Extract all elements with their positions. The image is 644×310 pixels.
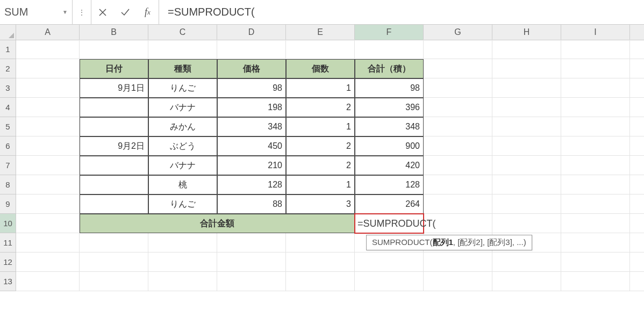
cell-H13[interactable]: [492, 272, 561, 291]
table-header[interactable]: 合計（積）: [355, 59, 424, 78]
cell-J6[interactable]: [630, 136, 644, 156]
col-header-E[interactable]: E: [286, 25, 355, 40]
cell-G2[interactable]: [424, 59, 492, 78]
cell-I12[interactable]: [561, 253, 630, 272]
cell-I4[interactable]: [561, 98, 630, 117]
table-cell[interactable]: バナナ: [148, 98, 217, 117]
row-header-3[interactable]: 3: [0, 78, 16, 98]
cell-I9[interactable]: [561, 194, 630, 214]
cell-I5[interactable]: [561, 117, 630, 136]
cell-C12[interactable]: [148, 253, 217, 272]
cell-G1[interactable]: [424, 40, 492, 59]
cell-J1[interactable]: [630, 40, 644, 59]
table-cell[interactable]: 348: [217, 117, 286, 136]
cell-D13[interactable]: [217, 272, 286, 291]
cell-A7[interactable]: [16, 156, 80, 175]
table-cell[interactable]: 420: [355, 156, 424, 175]
cell-G7[interactable]: [424, 156, 492, 175]
table-cell[interactable]: 1: [286, 117, 355, 136]
table-footer-label[interactable]: 合計金額: [80, 214, 355, 233]
cell-I11[interactable]: [561, 233, 630, 253]
cell-I3[interactable]: [561, 78, 630, 98]
row-header-10[interactable]: 10: [0, 214, 16, 233]
row-header-5[interactable]: 5: [0, 117, 16, 136]
col-header-H[interactable]: H: [492, 25, 561, 40]
col-header-F[interactable]: F: [355, 25, 424, 40]
select-all-corner[interactable]: [0, 25, 16, 40]
cell-A10[interactable]: [16, 214, 80, 233]
cell-F1[interactable]: [355, 40, 424, 59]
table-cell[interactable]: 264: [355, 194, 424, 214]
cell-E12[interactable]: [286, 253, 355, 272]
table-cell[interactable]: 2: [286, 98, 355, 117]
table-cell[interactable]: 98: [355, 78, 424, 98]
col-header-A[interactable]: A: [16, 25, 80, 40]
cell-B1[interactable]: [80, 40, 148, 59]
table-cell[interactable]: 2: [286, 156, 355, 175]
row-header-11[interactable]: 11: [0, 233, 16, 253]
col-header-D[interactable]: D: [217, 25, 286, 40]
row-header-9[interactable]: 9: [0, 194, 16, 214]
table-cell[interactable]: 88: [217, 194, 286, 214]
cell-C1[interactable]: [148, 40, 217, 59]
table-cell[interactable]: バナナ: [148, 156, 217, 175]
table-cell[interactable]: みかん: [148, 117, 217, 136]
cell-E13[interactable]: [286, 272, 355, 291]
cell-J10[interactable]: [630, 214, 644, 233]
cell-C11[interactable]: [148, 233, 217, 253]
cell-J7[interactable]: [630, 156, 644, 175]
cell-I6[interactable]: [561, 136, 630, 156]
cell-I2[interactable]: [561, 59, 630, 78]
cell-I13[interactable]: [561, 272, 630, 291]
row-header-6[interactable]: 6: [0, 136, 16, 156]
name-box[interactable]: SUM ▼: [0, 0, 73, 24]
cancel-button[interactable]: [91, 0, 114, 24]
cell-H10[interactable]: [492, 214, 561, 233]
table-header[interactable]: 日付: [80, 59, 148, 78]
cell-A8[interactable]: [16, 175, 80, 194]
table-cell[interactable]: 396: [355, 98, 424, 117]
cell-H5[interactable]: [492, 117, 561, 136]
table-header[interactable]: 価格: [217, 59, 286, 78]
cell-A4[interactable]: [16, 98, 80, 117]
cell-G8[interactable]: [424, 175, 492, 194]
cell-H1[interactable]: [492, 40, 561, 59]
cell-A2[interactable]: [16, 59, 80, 78]
cell-H9[interactable]: [492, 194, 561, 214]
table-cell[interactable]: 1: [286, 78, 355, 98]
cell-J9[interactable]: [630, 194, 644, 214]
col-header-J[interactable]: J: [630, 25, 644, 40]
table-cell[interactable]: 450: [217, 136, 286, 156]
cell-I7[interactable]: [561, 156, 630, 175]
cell-J2[interactable]: [630, 59, 644, 78]
row-header-12[interactable]: 12: [0, 253, 16, 272]
cell-F13[interactable]: [355, 272, 424, 291]
cell-A11[interactable]: [16, 233, 80, 253]
cell-A13[interactable]: [16, 272, 80, 291]
table-cell[interactable]: りんご: [148, 194, 217, 214]
col-header-G[interactable]: G: [424, 25, 492, 40]
cell-J12[interactable]: [630, 253, 644, 272]
cell-B12[interactable]: [80, 253, 148, 272]
table-header[interactable]: 個数: [286, 59, 355, 78]
cell-H4[interactable]: [492, 98, 561, 117]
col-header-I[interactable]: I: [561, 25, 630, 40]
row-header-7[interactable]: 7: [0, 156, 16, 175]
cell-G12[interactable]: [424, 253, 492, 272]
cell-G9[interactable]: [424, 194, 492, 214]
table-cell[interactable]: 9月1日: [80, 78, 148, 98]
row-header-4[interactable]: 4: [0, 98, 16, 117]
table-cell[interactable]: [80, 194, 148, 214]
cell-I8[interactable]: [561, 175, 630, 194]
table-cell[interactable]: 2: [286, 136, 355, 156]
row-header-13[interactable]: 13: [0, 272, 16, 291]
cell-H7[interactable]: [492, 156, 561, 175]
cell-H8[interactable]: [492, 175, 561, 194]
table-cell[interactable]: 128: [217, 175, 286, 194]
cell-C13[interactable]: [148, 272, 217, 291]
table-cell[interactable]: 198: [217, 98, 286, 117]
cell-J4[interactable]: [630, 98, 644, 117]
table-header[interactable]: 種類: [148, 59, 217, 78]
table-cell[interactable]: 9月2日: [80, 136, 148, 156]
col-header-B[interactable]: B: [80, 25, 148, 40]
